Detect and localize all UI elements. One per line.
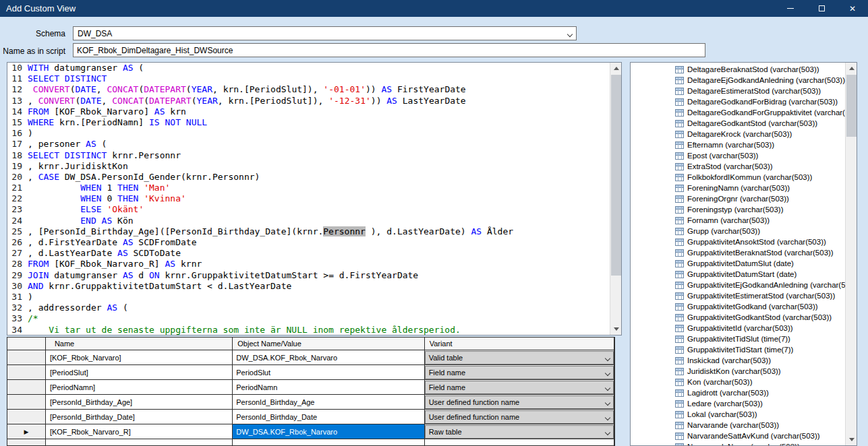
tree-item[interactable]: DeltagareGodkandForBidrag (varchar(503)) bbox=[631, 96, 845, 107]
tree-item-label: DeltagareEstimeratStod (varchar(503)) bbox=[687, 87, 821, 95]
tree-item[interactable]: JuridisktKon (varchar(503)) bbox=[631, 366, 845, 377]
name-cell[interactable]: [PersonId_Birthday_Age] bbox=[46, 395, 233, 410]
tree-item-label: Lokal (varchar(503)) bbox=[687, 410, 757, 418]
column-icon bbox=[675, 314, 684, 321]
tree-item[interactable]: NarvarandeSattAvKund (varchar(503)) bbox=[631, 431, 845, 441]
tree-item[interactable]: GruppaktivitetEstimeratStod (varchar(503… bbox=[631, 290, 845, 301]
line-number: 18 bbox=[7, 150, 28, 161]
scroll-up-icon[interactable] bbox=[610, 63, 622, 74]
scroll-down-icon[interactable] bbox=[846, 434, 857, 445]
column-icon bbox=[675, 185, 684, 192]
tree-item[interactable]: GruppaktivitetGodkand (varchar(503)) bbox=[631, 301, 845, 312]
editor-scrollbar-thumb[interactable] bbox=[611, 75, 621, 276]
name-cell[interactable]: [PeriodSlut] bbox=[46, 365, 233, 380]
tree-scrollbar[interactable] bbox=[845, 63, 857, 445]
line-number: 24 bbox=[7, 216, 28, 226]
column-icon bbox=[675, 433, 684, 440]
sql-editor[interactable]: 10WITH datumgranser AS (11SELECT DISTINC… bbox=[7, 62, 622, 336]
code-text: ) bbox=[28, 128, 33, 138]
object-name-cell[interactable]: DW_DSA.KOF_Rbok_Narvaro bbox=[233, 350, 424, 365]
code-area[interactable]: 10WITH datumgranser AS (11SELECT DISTINC… bbox=[7, 63, 610, 335]
tree-item[interactable]: Grupp (varchar(503)) bbox=[631, 226, 845, 236]
row-header[interactable]: ▶ bbox=[7, 424, 46, 439]
tree-item-label: Fornamn (varchar(503)) bbox=[687, 216, 770, 224]
tree-item[interactable]: DeltagareGodkandForGruppaktivitet (varch… bbox=[631, 107, 845, 118]
titlebar: Add Custom View ✕ bbox=[0, 0, 868, 17]
placeholder-grid: NameObject Name/ValueVariant[KOF_Rbok_Na… bbox=[7, 337, 615, 446]
tree-item[interactable]: Lokal (varchar(503)) bbox=[631, 409, 845, 420]
row-header[interactable] bbox=[7, 395, 46, 410]
scroll-up-icon[interactable] bbox=[846, 63, 857, 74]
tree-item[interactable]: GruppaktivitetTidStart (time(7)) bbox=[631, 344, 845, 355]
editor-scrollbar[interactable] bbox=[610, 63, 621, 335]
tree-item[interactable]: GruppaktivitetAnsoktStod (varchar(503)) bbox=[631, 236, 845, 247]
row-header[interactable] bbox=[7, 365, 46, 380]
row-header[interactable] bbox=[7, 350, 46, 365]
name-cell[interactable]: [KOF_Rbok_Narvaro] bbox=[46, 350, 233, 365]
minimize-button[interactable] bbox=[775, 0, 806, 17]
tree-item[interactable]: Kon (varchar(503)) bbox=[631, 377, 845, 387]
tree-item[interactable]: FolkbokfordIKommun (varchar(503)) bbox=[631, 172, 845, 183]
tree-item[interactable]: Epost (varchar(503)) bbox=[631, 150, 845, 161]
tree-item[interactable]: Fornamn (varchar(503)) bbox=[631, 215, 845, 226]
scroll-down-icon[interactable] bbox=[610, 323, 622, 335]
close-button[interactable]: ✕ bbox=[837, 0, 868, 17]
name-cell[interactable]: [PersonId_Birthday_Date] bbox=[46, 410, 233, 424]
object-name-cell[interactable]: PersonId_Birthday_Age bbox=[233, 395, 424, 410]
tree-item[interactable]: DeltagareBeraknatStod (varchar(503)) bbox=[631, 64, 845, 75]
tree-item[interactable]: Efternamn (varchar(503)) bbox=[631, 139, 845, 150]
tree-item[interactable]: GruppaktivitetEjGodkandAnledning (varcha… bbox=[631, 280, 845, 290]
grid-column-header: Object Name/Value bbox=[233, 338, 424, 350]
tree-item[interactable]: DeltagareEstimeratStod (varchar(503)) bbox=[631, 86, 845, 96]
tree-item[interactable]: DeltagareGodkantStod (varchar(503)) bbox=[631, 118, 845, 129]
code-line: 33/* bbox=[7, 313, 610, 324]
tree-item[interactable]: GruppaktivitetDatumStart (date) bbox=[631, 269, 845, 280]
object-name-cell[interactable]: PeriodSlut bbox=[233, 365, 424, 380]
variant-select[interactable]: Field name bbox=[425, 381, 614, 394]
object-name-cell[interactable]: DW_DSA.KOF_Rbok_Narvaro bbox=[233, 424, 424, 439]
tree-item[interactable]: Narvarande (varchar(503)) bbox=[631, 420, 845, 431]
tree-item[interactable]: Lagidrott (varchar(503)) bbox=[631, 387, 845, 398]
tree-item[interactable]: DeltagareKrock (varchar(503)) bbox=[631, 129, 845, 139]
object-name-cell[interactable]: PersonId_Birthday_Date bbox=[233, 410, 424, 424]
variant-select[interactable]: User defined function name bbox=[425, 395, 614, 409]
tree-item[interactable]: GruppaktivitetBeraknatStod (varchar(503)… bbox=[631, 247, 845, 258]
chevron-down-icon bbox=[606, 398, 610, 406]
name-cell[interactable]: [KOF_Rbok_Narvaro_R] bbox=[46, 424, 233, 439]
tree-item[interactable]: DeltagareEjGodkandAnledning (varchar(503… bbox=[631, 75, 845, 86]
tree-item-label: GruppaktivitetId (varchar(503)) bbox=[687, 324, 793, 332]
tree-item-label: NarvarandeSattAvKund (varchar(503)) bbox=[687, 432, 820, 440]
row-header[interactable] bbox=[7, 410, 46, 424]
code-text: JOIN datumgranser AS d ON krnr.Gruppakti… bbox=[28, 270, 418, 280]
chevron-down-icon bbox=[568, 29, 572, 38]
name-as-in-script-label: Name as in script bbox=[0, 46, 65, 56]
tree-item-label: GruppaktivitetBeraknatStod (varchar(503)… bbox=[687, 249, 834, 257]
column-icon bbox=[675, 260, 684, 267]
variant-select[interactable]: User defined function name bbox=[425, 410, 614, 424]
tree-item[interactable]: GruppaktivitetId (varchar(503)) bbox=[631, 323, 845, 333]
tree-item-label: Kon (varchar(503)) bbox=[687, 378, 753, 386]
maximize-button[interactable] bbox=[806, 0, 837, 17]
columns-tree[interactable]: DeltagareBeraknatStod (varchar(503))Delt… bbox=[630, 62, 857, 446]
tree-item[interactable]: GruppaktivitetTidSlut (time(7)) bbox=[631, 333, 845, 344]
tree-item[interactable]: Inskickad (varchar(503)) bbox=[631, 355, 845, 366]
row-header[interactable] bbox=[7, 380, 46, 395]
tree-item[interactable]: ForeningNamn (varchar(503)) bbox=[631, 183, 845, 193]
tree-item[interactable]: NarvarandeNamn (varchar(503)) bbox=[631, 441, 845, 445]
variant-select[interactable]: Field name bbox=[425, 366, 614, 379]
code-line: 24 END AS Kön bbox=[7, 216, 610, 226]
object-name-cell[interactable]: PeriodNamn bbox=[233, 380, 424, 395]
tree-item[interactable]: ExtraStod (varchar(503)) bbox=[631, 161, 845, 172]
schema-select[interactable]: DW_DSA bbox=[73, 26, 577, 40]
tree-item[interactable]: Foreningstyp (varchar(503)) bbox=[631, 204, 845, 215]
variant-select[interactable]: Valid table bbox=[425, 351, 614, 364]
tree-item[interactable]: GruppaktivitetDatumSlut (date) bbox=[631, 258, 845, 269]
tree-scrollbar-thumb[interactable] bbox=[846, 75, 857, 137]
variant-value: User defined function name bbox=[429, 398, 520, 406]
tree-item[interactable]: GruppaktivitetGodkantStod (varchar(503)) bbox=[631, 312, 845, 323]
variant-select[interactable]: Raw table bbox=[425, 425, 614, 439]
name-cell[interactable]: [PeriodNamn] bbox=[46, 380, 233, 395]
tree-item[interactable]: ForeningOrgnr (varchar(503)) bbox=[631, 193, 845, 204]
name-as-in-script-input[interactable] bbox=[73, 43, 705, 57]
tree-item[interactable]: Ledare (varchar(503)) bbox=[631, 398, 845, 409]
